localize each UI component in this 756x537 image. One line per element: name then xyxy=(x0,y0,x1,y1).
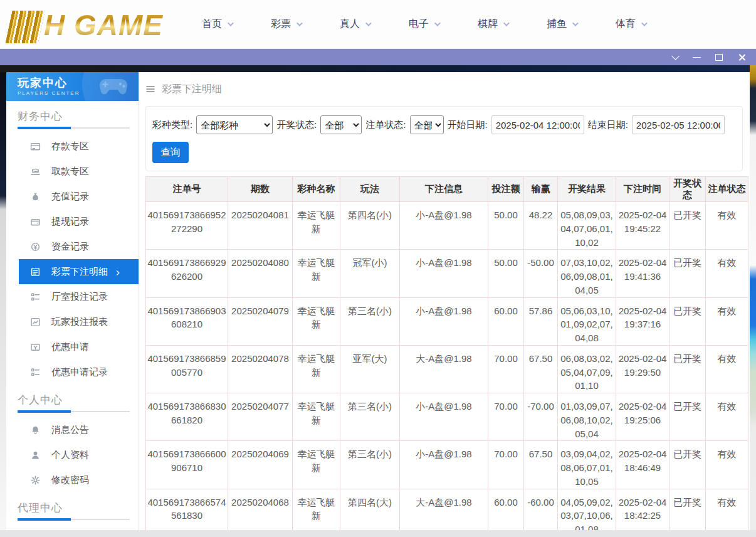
table-cell: 401569173866859005770 xyxy=(146,345,228,393)
nav-item-label: 体育 xyxy=(616,18,636,31)
sidebar: 玩家中心 PLAYERS CENTER 财务中心存款专区取款专区充值记录提现记录… xyxy=(6,72,139,530)
document-lines-icon xyxy=(30,267,41,277)
nav-item-5[interactable]: 棋牌 xyxy=(478,18,508,31)
table-cell: -60.00 xyxy=(524,489,558,530)
sidebar-item-优惠申请[interactable]: 优惠申请 xyxy=(6,334,139,359)
main-nav: 首页彩票真人电子棋牌捕鱼体育 xyxy=(202,18,646,31)
table-cell: 20250204081 xyxy=(228,202,293,250)
hand-coin-icon xyxy=(30,166,41,177)
table-cell: 有效 xyxy=(706,297,748,345)
table-cell: 小-A盘@1.98 xyxy=(400,250,488,297)
table-cell: 401569173866574561830 xyxy=(146,489,228,530)
lottery-type-select[interactable]: 全部彩种 xyxy=(196,115,273,134)
window-titlebar xyxy=(0,49,756,65)
menu-icon[interactable] xyxy=(145,84,155,94)
table-cell: 20250204080 xyxy=(228,250,293,297)
chevron-down-icon xyxy=(434,20,441,26)
column-header: 彩种名称 xyxy=(293,177,340,202)
table-cell: 48.22 xyxy=(524,202,558,250)
table-row: 40156917386695227229020250204081幸运飞艇新第四名… xyxy=(146,202,748,250)
chevron-down-icon xyxy=(228,20,234,26)
nav-item-7[interactable]: 体育 xyxy=(616,18,646,31)
nav-item-1[interactable]: 首页 xyxy=(202,18,232,31)
column-header: 下注信息 xyxy=(400,177,488,202)
sidebar-item-label: 存款专区 xyxy=(51,141,89,152)
table-cell: 20250204068 xyxy=(228,489,293,530)
sidebar-section-title: 代理中心 xyxy=(18,501,139,515)
list-icon xyxy=(30,292,41,302)
sidebar-item-优惠申请记录[interactable]: 优惠申请记录 xyxy=(6,359,139,385)
maximize-button[interactable] xyxy=(712,51,726,63)
sidebar-item-代理规则说明[interactable]: 代理规则说明 xyxy=(6,525,139,530)
table-cell: 05,06,03,10,01,09,02,07,04,08 xyxy=(558,297,616,345)
start-date-input[interactable] xyxy=(491,115,584,134)
column-header: 注单号 xyxy=(146,177,228,202)
table-cell: -50.00 xyxy=(524,250,558,297)
table-cell: 04,05,09,02,03,07,10,06,01,08 xyxy=(558,489,616,530)
section-underline xyxy=(18,519,130,520)
logo-text: H GAME xyxy=(44,7,163,43)
order-status-label: 注单状态: xyxy=(365,119,406,131)
chevron-down-icon xyxy=(572,20,579,26)
table-cell: 大-A盘@1.98 xyxy=(400,489,488,530)
table-cell: 2025-02-04 19:41:36 xyxy=(616,250,669,297)
nav-item-6[interactable]: 捕鱼 xyxy=(547,18,577,31)
table-cell: 50.00 xyxy=(488,202,524,250)
sidebar-item-修改密码[interactable]: 修改密码 xyxy=(6,467,139,492)
nav-item-2[interactable]: 彩票 xyxy=(271,18,301,31)
table-cell: 401569173866903608210 xyxy=(146,297,228,345)
draw-status-label: 开奖状态: xyxy=(276,119,317,131)
logo-bars-icon xyxy=(5,11,45,43)
sidebar-item-彩票下注明细[interactable]: 彩票下注明细 xyxy=(19,259,139,284)
table-cell: 幸运飞艇新 xyxy=(293,345,340,393)
table-cell: 06,08,03,02,05,04,07,09,01,10 xyxy=(558,345,616,393)
sidebar-item-个人资料[interactable]: 个人资料 xyxy=(6,442,139,467)
table-cell: 小-A盘@1.98 xyxy=(400,441,488,489)
sidebar-item-label: 取款专区 xyxy=(51,166,89,178)
sidebar-item-提现记录[interactable]: 提现记录 xyxy=(6,209,139,234)
sidebar-item-label: 资金记录 xyxy=(51,241,89,253)
table-cell: 已开奖 xyxy=(669,250,706,297)
sidebar-item-取款专区[interactable]: 取款专区 xyxy=(6,159,139,184)
table-cell: 401569173866600906710 xyxy=(146,441,228,489)
sidebar-item-label: 彩票下注明细 xyxy=(51,266,108,278)
sidebar-item-消息公告[interactable]: 消息公告 xyxy=(6,417,139,442)
nav-item-3[interactable]: 真人 xyxy=(340,18,370,31)
table-cell: 50.00 xyxy=(488,250,524,297)
table-cell: 有效 xyxy=(706,345,748,393)
sidebar-item-充值记录[interactable]: 充值记录 xyxy=(6,184,139,209)
table-cell: 已开奖 xyxy=(669,345,706,393)
draw-status-select[interactable]: 全部 xyxy=(320,115,362,134)
minimize-button[interactable] xyxy=(690,51,703,63)
chevron-down-button[interactable] xyxy=(667,51,681,63)
sidebar-header: 玩家中心 PLAYERS CENTER xyxy=(6,72,139,101)
sidebar-item-厅室投注记录[interactable]: 厅室投注记录 xyxy=(6,284,139,309)
nav-item-label: 棋牌 xyxy=(478,18,498,31)
order-status-select[interactable]: 全部 xyxy=(410,115,444,134)
table-cell: 2025-02-04 18:46:49 xyxy=(616,441,669,489)
table-cell: 20250204078 xyxy=(228,345,293,393)
table-cell: 幸运飞艇新 xyxy=(293,202,340,250)
search-button[interactable]: 查询 xyxy=(152,142,189,163)
nav-item-4[interactable]: 电子 xyxy=(409,18,439,31)
table-cell: 60.00 xyxy=(488,489,524,530)
table-cell: 已开奖 xyxy=(669,441,706,489)
site-logo[interactable]: H GAME xyxy=(9,6,163,43)
sidebar-item-玩家投注报表[interactable]: 玩家投注报表 xyxy=(6,309,139,334)
sidebar-item-存款专区[interactable]: 存款专区 xyxy=(6,134,139,159)
table-cell: 20250204069 xyxy=(228,441,293,489)
end-date-input[interactable] xyxy=(632,115,725,134)
gear-icon xyxy=(30,475,41,486)
end-date-label: 结束日期: xyxy=(588,119,628,131)
table-cell: 第三名(小) xyxy=(340,297,400,345)
table-cell: 第三名(小) xyxy=(340,393,400,441)
nav-item-label: 电子 xyxy=(409,18,429,31)
lottery-type-label: 彩种类型: xyxy=(152,119,192,131)
sidebar-item-资金记录[interactable]: 资金记录 xyxy=(6,234,139,259)
table-cell: 幸运飞艇新 xyxy=(293,297,340,345)
table-cell: 幸运飞艇新 xyxy=(293,393,340,441)
close-button[interactable] xyxy=(735,51,748,63)
table-cell: 57.86 xyxy=(524,297,558,345)
table-cell: 第四名(小) xyxy=(340,202,400,250)
table-cell: 2025-02-04 19:37:16 xyxy=(616,297,669,345)
